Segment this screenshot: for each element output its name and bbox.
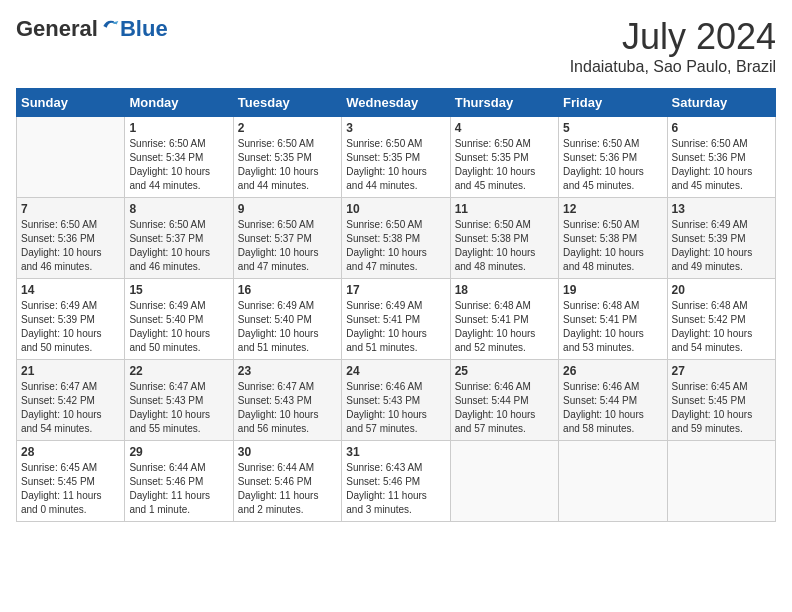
day-info: Sunrise: 6:44 AMSunset: 5:46 PMDaylight:… [238,461,337,517]
day-info: Sunrise: 6:44 AMSunset: 5:46 PMDaylight:… [129,461,228,517]
calendar-cell [667,441,775,522]
day-info: Sunrise: 6:48 AMSunset: 5:41 PMDaylight:… [563,299,662,355]
day-number: 29 [129,445,228,459]
day-info: Sunrise: 6:46 AMSunset: 5:43 PMDaylight:… [346,380,445,436]
day-info: Sunrise: 6:49 AMSunset: 5:40 PMDaylight:… [129,299,228,355]
calendar-body: 1Sunrise: 6:50 AMSunset: 5:34 PMDaylight… [17,117,776,522]
day-info: Sunrise: 6:48 AMSunset: 5:41 PMDaylight:… [455,299,554,355]
day-number: 16 [238,283,337,297]
day-info: Sunrise: 6:46 AMSunset: 5:44 PMDaylight:… [563,380,662,436]
calendar-cell: 24Sunrise: 6:46 AMSunset: 5:43 PMDayligh… [342,360,450,441]
day-info: Sunrise: 6:43 AMSunset: 5:46 PMDaylight:… [346,461,445,517]
header-day-thursday: Thursday [450,89,558,117]
day-number: 10 [346,202,445,216]
calendar-cell: 3Sunrise: 6:50 AMSunset: 5:35 PMDaylight… [342,117,450,198]
header-day-friday: Friday [559,89,667,117]
day-number: 7 [21,202,120,216]
day-number: 2 [238,121,337,135]
calendar-week-4: 21Sunrise: 6:47 AMSunset: 5:42 PMDayligh… [17,360,776,441]
location-subtitle: Indaiatuba, Sao Paulo, Brazil [570,58,776,76]
calendar-cell: 6Sunrise: 6:50 AMSunset: 5:36 PMDaylight… [667,117,775,198]
day-number: 4 [455,121,554,135]
day-number: 13 [672,202,771,216]
day-number: 25 [455,364,554,378]
calendar-cell [559,441,667,522]
calendar-cell: 16Sunrise: 6:49 AMSunset: 5:40 PMDayligh… [233,279,341,360]
header-day-wednesday: Wednesday [342,89,450,117]
calendar-cell: 30Sunrise: 6:44 AMSunset: 5:46 PMDayligh… [233,441,341,522]
month-year-title: July 2024 [570,16,776,58]
logo-blue-text: Blue [120,16,168,42]
calendar-cell: 27Sunrise: 6:45 AMSunset: 5:45 PMDayligh… [667,360,775,441]
day-info: Sunrise: 6:50 AMSunset: 5:34 PMDaylight:… [129,137,228,193]
calendar-header: SundayMondayTuesdayWednesdayThursdayFrid… [17,89,776,117]
day-info: Sunrise: 6:45 AMSunset: 5:45 PMDaylight:… [672,380,771,436]
header-day-sunday: Sunday [17,89,125,117]
day-info: Sunrise: 6:50 AMSunset: 5:37 PMDaylight:… [238,218,337,274]
day-number: 22 [129,364,228,378]
day-number: 5 [563,121,662,135]
header-day-monday: Monday [125,89,233,117]
day-number: 23 [238,364,337,378]
calendar-cell: 13Sunrise: 6:49 AMSunset: 5:39 PMDayligh… [667,198,775,279]
day-info: Sunrise: 6:50 AMSunset: 5:36 PMDaylight:… [672,137,771,193]
day-number: 1 [129,121,228,135]
calendar-week-2: 7Sunrise: 6:50 AMSunset: 5:36 PMDaylight… [17,198,776,279]
calendar-cell [17,117,125,198]
day-info: Sunrise: 6:50 AMSunset: 5:38 PMDaylight:… [563,218,662,274]
calendar-cell [450,441,558,522]
day-info: Sunrise: 6:50 AMSunset: 5:36 PMDaylight:… [563,137,662,193]
day-info: Sunrise: 6:49 AMSunset: 5:39 PMDaylight:… [21,299,120,355]
day-info: Sunrise: 6:49 AMSunset: 5:39 PMDaylight:… [672,218,771,274]
day-number: 24 [346,364,445,378]
calendar-cell: 29Sunrise: 6:44 AMSunset: 5:46 PMDayligh… [125,441,233,522]
day-number: 6 [672,121,771,135]
day-number: 19 [563,283,662,297]
day-number: 28 [21,445,120,459]
day-number: 12 [563,202,662,216]
calendar-cell: 15Sunrise: 6:49 AMSunset: 5:40 PMDayligh… [125,279,233,360]
day-info: Sunrise: 6:50 AMSunset: 5:35 PMDaylight:… [238,137,337,193]
day-number: 14 [21,283,120,297]
day-info: Sunrise: 6:47 AMSunset: 5:43 PMDaylight:… [238,380,337,436]
day-info: Sunrise: 6:50 AMSunset: 5:38 PMDaylight:… [346,218,445,274]
calendar-cell: 26Sunrise: 6:46 AMSunset: 5:44 PMDayligh… [559,360,667,441]
calendar-cell: 20Sunrise: 6:48 AMSunset: 5:42 PMDayligh… [667,279,775,360]
calendar-cell: 10Sunrise: 6:50 AMSunset: 5:38 PMDayligh… [342,198,450,279]
day-info: Sunrise: 6:48 AMSunset: 5:42 PMDaylight:… [672,299,771,355]
calendar-cell: 7Sunrise: 6:50 AMSunset: 5:36 PMDaylight… [17,198,125,279]
calendar-week-5: 28Sunrise: 6:45 AMSunset: 5:45 PMDayligh… [17,441,776,522]
calendar-cell: 17Sunrise: 6:49 AMSunset: 5:41 PMDayligh… [342,279,450,360]
calendar-cell: 12Sunrise: 6:50 AMSunset: 5:38 PMDayligh… [559,198,667,279]
day-number: 11 [455,202,554,216]
day-info: Sunrise: 6:45 AMSunset: 5:45 PMDaylight:… [21,461,120,517]
day-number: 30 [238,445,337,459]
calendar-cell: 18Sunrise: 6:48 AMSunset: 5:41 PMDayligh… [450,279,558,360]
header-day-saturday: Saturday [667,89,775,117]
calendar-cell: 21Sunrise: 6:47 AMSunset: 5:42 PMDayligh… [17,360,125,441]
calendar-cell: 28Sunrise: 6:45 AMSunset: 5:45 PMDayligh… [17,441,125,522]
day-info: Sunrise: 6:49 AMSunset: 5:41 PMDaylight:… [346,299,445,355]
day-number: 20 [672,283,771,297]
page-header: General Blue July 2024 Indaiatuba, Sao P… [16,16,776,76]
day-number: 21 [21,364,120,378]
calendar-week-1: 1Sunrise: 6:50 AMSunset: 5:34 PMDaylight… [17,117,776,198]
day-info: Sunrise: 6:49 AMSunset: 5:40 PMDaylight:… [238,299,337,355]
day-info: Sunrise: 6:47 AMSunset: 5:42 PMDaylight:… [21,380,120,436]
header-day-tuesday: Tuesday [233,89,341,117]
calendar-cell: 2Sunrise: 6:50 AMSunset: 5:35 PMDaylight… [233,117,341,198]
calendar-table: SundayMondayTuesdayWednesdayThursdayFrid… [16,88,776,522]
day-info: Sunrise: 6:50 AMSunset: 5:36 PMDaylight:… [21,218,120,274]
day-info: Sunrise: 6:50 AMSunset: 5:37 PMDaylight:… [129,218,228,274]
logo-general-text: General [16,16,98,42]
calendar-cell: 5Sunrise: 6:50 AMSunset: 5:36 PMDaylight… [559,117,667,198]
calendar-cell: 1Sunrise: 6:50 AMSunset: 5:34 PMDaylight… [125,117,233,198]
title-block: July 2024 Indaiatuba, Sao Paulo, Brazil [570,16,776,76]
day-number: 15 [129,283,228,297]
logo: General Blue [16,16,168,42]
day-number: 26 [563,364,662,378]
calendar-cell: 9Sunrise: 6:50 AMSunset: 5:37 PMDaylight… [233,198,341,279]
calendar-cell: 4Sunrise: 6:50 AMSunset: 5:35 PMDaylight… [450,117,558,198]
day-number: 8 [129,202,228,216]
calendar-cell: 11Sunrise: 6:50 AMSunset: 5:38 PMDayligh… [450,198,558,279]
